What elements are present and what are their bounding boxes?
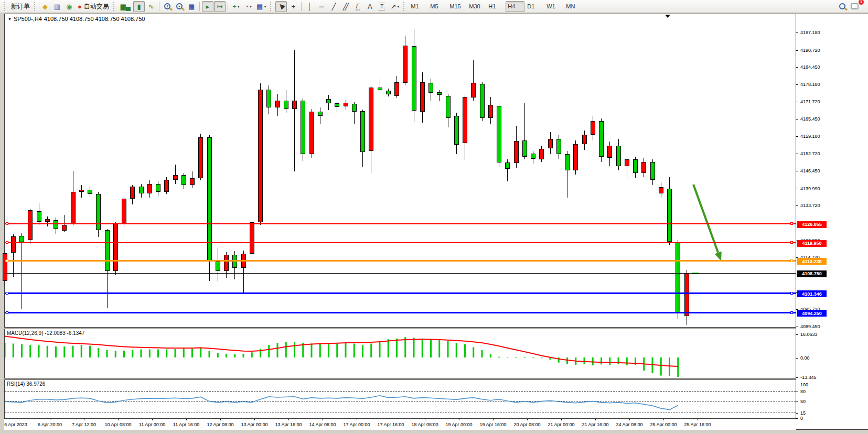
crosshair-button[interactable]: + xyxy=(287,1,299,12)
tile-windows-button[interactable]: ▦ xyxy=(186,1,197,12)
new-chart-button[interactable]: +▾ xyxy=(230,1,242,12)
bar-chart-button[interactable]: ▆▄ xyxy=(119,1,133,12)
text-label-button[interactable]: T xyxy=(376,1,388,12)
candle xyxy=(156,184,160,192)
time-tick xyxy=(391,419,391,420)
timeframe-d1[interactable]: D1 xyxy=(525,1,544,12)
horizontal-line-button[interactable]: ─ xyxy=(316,1,327,12)
line-handle[interactable] xyxy=(790,292,793,295)
timeframe-m5[interactable]: M5 xyxy=(428,1,447,12)
price-tick xyxy=(796,205,798,206)
periods-clock-button[interactable]: ◔▾ xyxy=(242,1,254,12)
macd-histogram-bar xyxy=(29,345,31,357)
text-button[interactable]: A xyxy=(364,1,376,12)
candle xyxy=(403,46,408,83)
line-handle[interactable] xyxy=(790,259,793,262)
line-handle[interactable] xyxy=(6,292,8,295)
price-tick xyxy=(796,154,798,154)
rsi-axis-tick xyxy=(796,413,798,414)
line-handle[interactable] xyxy=(6,259,8,262)
time-axis[interactable]: 6 Apr 20236 Apr 20:007 Apr 12:0010 Apr 0… xyxy=(4,419,796,430)
macd-histogram-bar xyxy=(601,357,602,364)
autotrading-button[interactable]: ●自动交易 xyxy=(76,1,111,12)
time-label: 21 Apr 00:00 xyxy=(548,422,574,427)
candle xyxy=(420,82,425,112)
candle xyxy=(173,175,178,180)
time-tick xyxy=(357,419,357,420)
candle xyxy=(599,121,604,157)
candlestick-chart-button[interactable]: ▮ xyxy=(133,1,145,12)
line-chart-button-icon: ∿ xyxy=(148,3,154,10)
toolbar-grip xyxy=(4,2,7,11)
charts-window-icon-icon: ▥ xyxy=(54,3,60,10)
metaeditor-icon[interactable]: ◆ xyxy=(39,1,51,12)
zoom-out-button[interactable]: - xyxy=(174,1,185,12)
candle xyxy=(79,190,84,192)
dropdown-arrow-icon: ▾ xyxy=(397,4,399,9)
time-label: 17 Apr 00:00 xyxy=(343,422,370,427)
timeframe-h4[interactable]: H4 xyxy=(506,1,524,12)
price-badge-4101.346: 4101.346 xyxy=(797,290,827,297)
vertical-line-button-icon: │ xyxy=(307,3,312,10)
text-label-button-icon: T xyxy=(379,3,385,10)
hline-resistance-line-upper[interactable] xyxy=(5,223,796,224)
cursor-button[interactable]: ▶ xyxy=(275,1,287,12)
candle xyxy=(471,83,476,98)
candle xyxy=(565,154,570,170)
timeframe-m5-label: M5 xyxy=(430,3,445,9)
templates-button[interactable]: ▤▾ xyxy=(254,1,268,12)
timeframe-m1[interactable]: M1 xyxy=(409,1,427,12)
notifications-button[interactable]: 1 xyxy=(849,1,861,12)
time-tick xyxy=(50,419,50,420)
price-tick-label: 4133.720 xyxy=(800,203,820,208)
new-order-button[interactable]: 新订单 xyxy=(9,1,32,12)
timeframe-m30[interactable]: M30 xyxy=(467,1,486,12)
line-handle[interactable] xyxy=(790,222,793,225)
line-chart-button[interactable]: ∿ xyxy=(145,1,157,12)
charts-window-icon[interactable]: ▥ xyxy=(51,1,63,12)
chart-shift-button[interactable]: ↦ xyxy=(214,1,226,12)
timeframe-w1[interactable]: W1 xyxy=(544,1,563,12)
shapes-button[interactable]: ↗▾ xyxy=(388,1,401,12)
auto-scroll-button[interactable]: ▸ xyxy=(202,1,213,12)
rsi-level-50 xyxy=(5,401,796,402)
macd-histogram-bar xyxy=(362,345,363,357)
toolbar-grip xyxy=(113,2,116,11)
hline-support-line-lower[interactable] xyxy=(5,312,796,313)
timeframe-m30-label: M30 xyxy=(469,3,484,9)
signals-icon[interactable]: ◉ xyxy=(63,1,75,12)
candle xyxy=(292,101,297,109)
price-axis[interactable]: 4197.1804190.7204184.4504178.1804171.720… xyxy=(796,14,868,430)
time-label: 6 Apr 2023 xyxy=(4,422,27,427)
trendline-button[interactable]: ╱ xyxy=(328,1,339,12)
collapse-triangle-icon[interactable]: ▼ xyxy=(8,17,12,21)
toolbar: 新订单◆▥◉●自动交易▆▄▮∿+-▦▸↦+▾◔▾▤▾▶+│─╱╱╱FAT↗▾M1… xyxy=(0,0,868,13)
line-handle[interactable] xyxy=(6,222,8,225)
timeframe-m15-label: M15 xyxy=(449,3,464,9)
autotrading-button-icon: ● xyxy=(78,3,82,10)
hline-resistance-line-lower[interactable] xyxy=(5,242,796,243)
timeframe-h1[interactable]: H1 xyxy=(486,1,505,12)
fibonacci-button[interactable]: F xyxy=(352,1,363,12)
line-handle[interactable] xyxy=(6,311,8,314)
time-label: 11 Apr 16:00 xyxy=(173,422,199,427)
candle xyxy=(369,88,373,151)
line-handle[interactable] xyxy=(6,241,8,244)
vertical-line-button[interactable]: │ xyxy=(304,1,315,12)
line-handle[interactable] xyxy=(790,311,793,314)
hline-support-line-upper[interactable] xyxy=(5,292,796,294)
timeframe-m15[interactable]: M15 xyxy=(447,1,466,12)
search-button[interactable] xyxy=(837,1,848,12)
chart-shift-marker-icon[interactable] xyxy=(665,15,670,20)
timeframe-mn[interactable]: MN xyxy=(564,1,583,12)
channel-button[interactable]: ╱╱ xyxy=(340,1,351,12)
candle-wick xyxy=(627,155,627,178)
search-button-icon xyxy=(839,3,845,9)
zoom-in-button[interactable]: + xyxy=(162,1,173,12)
price-badge-4094.250: 4094.250 xyxy=(797,310,827,317)
hline-current-price-line[interactable] xyxy=(5,273,796,274)
line-handle[interactable] xyxy=(790,241,793,244)
candle xyxy=(641,162,646,173)
macd-histogram-bar xyxy=(183,349,185,357)
hline-orange-level-line[interactable] xyxy=(5,260,796,262)
